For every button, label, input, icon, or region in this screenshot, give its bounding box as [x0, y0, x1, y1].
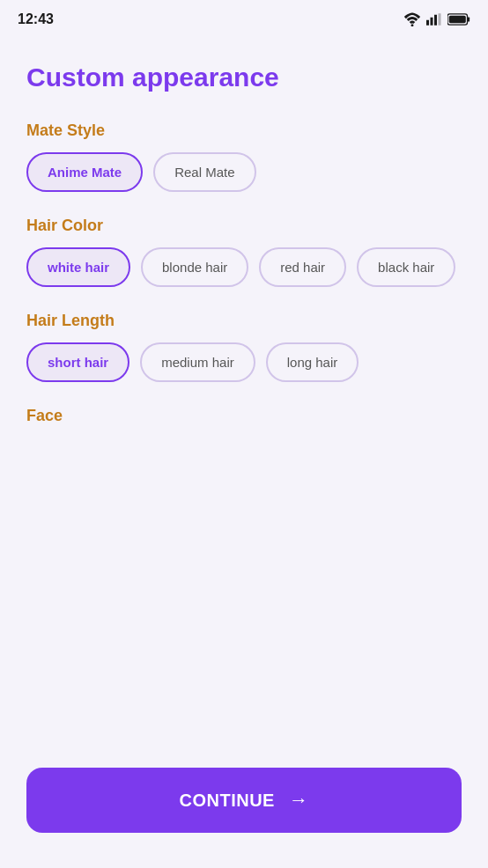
- mate-style-options: Anime Mate Real Mate: [26, 152, 462, 192]
- option-blonde-hair[interactable]: blonde hair: [141, 247, 248, 287]
- status-bar: 12:43: [0, 0, 488, 35]
- svg-point-0: [411, 24, 414, 26]
- option-long-hair[interactable]: long hair: [266, 342, 359, 382]
- hair-color-label: Hair Color: [26, 217, 462, 235]
- hair-length-section: Hair Length short hair medium hair long …: [26, 312, 462, 382]
- hair-color-section: Hair Color white hair blonde hair red ha…: [26, 217, 462, 287]
- mate-style-label: Mate Style: [26, 121, 462, 140]
- option-short-hair[interactable]: short hair: [26, 342, 129, 382]
- svg-rect-2: [431, 18, 433, 26]
- mate-style-section: Mate Style Anime Mate Real Mate: [26, 121, 462, 192]
- option-white-hair[interactable]: white hair: [26, 247, 130, 287]
- continue-btn-wrap: CONTINUE →: [26, 768, 462, 833]
- svg-rect-1: [426, 20, 429, 26]
- status-time: 12:43: [18, 11, 54, 27]
- signal-icon: [426, 12, 442, 26]
- svg-rect-6: [468, 17, 470, 21]
- page-title: Custom appearance: [26, 62, 462, 93]
- hair-length-label: Hair Length: [26, 312, 462, 330]
- battery-icon: [447, 13, 470, 26]
- arrow-icon: →: [289, 789, 309, 812]
- continue-button[interactable]: CONTINUE →: [26, 768, 462, 833]
- face-section: Face: [26, 407, 462, 425]
- option-red-hair[interactable]: red hair: [259, 247, 346, 287]
- status-icons: [403, 12, 470, 26]
- svg-rect-7: [449, 16, 466, 24]
- wifi-icon: [403, 12, 421, 26]
- svg-rect-4: [439, 13, 441, 26]
- main-content: Custom appearance Mate Style Anime Mate …: [0, 35, 488, 555]
- continue-label: CONTINUE: [180, 791, 275, 811]
- face-label: Face: [26, 407, 462, 425]
- option-medium-hair[interactable]: medium hair: [140, 342, 255, 382]
- option-black-hair[interactable]: black hair: [357, 247, 455, 287]
- option-real-mate[interactable]: Real Mate: [153, 152, 255, 192]
- svg-rect-3: [434, 15, 437, 26]
- option-anime-mate[interactable]: Anime Mate: [26, 152, 143, 192]
- hair-length-options: short hair medium hair long hair: [26, 342, 462, 382]
- hair-color-options: white hair blonde hair red hair black ha…: [26, 247, 462, 287]
